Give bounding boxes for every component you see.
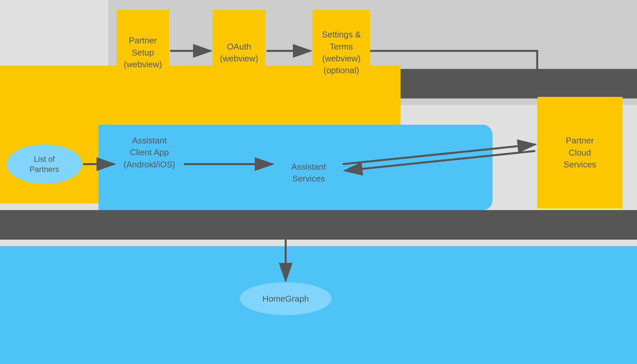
settings-label: Settings &Terms(webview)(optional) <box>322 29 361 76</box>
dark-band-bottom <box>0 210 637 240</box>
list-of-partners-ellipse: List ofPartners <box>7 144 82 184</box>
assistant-services-label: AssistantServices <box>276 161 341 185</box>
homegraph-label: HomeGraph <box>262 294 309 304</box>
assistant-client-label: AssistantClient App(Android/iOS) <box>117 135 182 170</box>
homegraph-ellipse: HomeGraph <box>240 282 332 315</box>
partner-setup-box: PartnerSetup(webview) <box>117 10 169 95</box>
partner-cloud-box: PartnerCloudServices <box>537 97 623 208</box>
oauth-box: OAuth(webview) <box>213 10 265 95</box>
settings-box: Settings &Terms(webview)(optional) <box>313 10 370 95</box>
list-of-partners-label: List ofPartners <box>30 154 59 174</box>
partner-setup-label: PartnerSetup(webview) <box>123 34 162 70</box>
oauth-label: OAuth(webview) <box>220 41 258 65</box>
diagram-container: PartnerSetup(webview) OAuth(webview) Set… <box>0 0 637 364</box>
partner-cloud-label: PartnerCloudServices <box>563 135 596 170</box>
